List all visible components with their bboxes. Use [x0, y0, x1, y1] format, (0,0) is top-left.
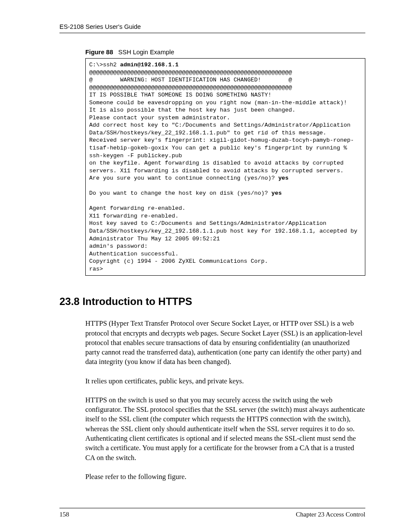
- footer-rule: [59, 508, 365, 508]
- chapter-label: Chapter 23 Access Control: [296, 511, 365, 518]
- page-footer: 158 Chapter 23 Access Control: [59, 508, 365, 518]
- page-number: 158: [59, 511, 69, 518]
- code-body-1: @@@@@@@@@@@@@@@@@@@@@@@@@@@@@@@@@@@@@@@@…: [89, 69, 354, 182]
- code-bold-3: yes: [271, 190, 282, 196]
- paragraph-2: It relies upon certificates, public keys…: [85, 376, 365, 386]
- header-rule: [59, 33, 365, 33]
- code-example-box: C:\>ssh2 admin@192.168.1.1 @@@@@@@@@@@@@…: [85, 58, 365, 276]
- paragraph-4: Please refer to the following figure.: [85, 472, 365, 482]
- running-head: ES-2108 Series User's Guide: [59, 23, 365, 30]
- code-prefix: C:\>ssh2: [89, 62, 120, 68]
- code-body-3: Agent forwarding re-enabled. X11 forward…: [89, 205, 361, 272]
- document-page: ES-2108 Series User's Guide Figure 88 SS…: [0, 0, 411, 532]
- section-heading: 23.8 Introduction to HTTPS: [59, 296, 365, 308]
- figure-label: Figure 88: [85, 49, 113, 56]
- footer-row: 158 Chapter 23 Access Control: [59, 511, 365, 518]
- paragraph-1: HTTPS (Hyper Text Transfer Protocol over…: [85, 319, 365, 367]
- code-body-2: Do you want to change the host key on di…: [89, 190, 271, 196]
- figure-title: SSH Login Example: [118, 49, 174, 56]
- paragraph-3: HTTPS on the switch is used so that you …: [85, 395, 365, 463]
- code-bold-1: admin@192.168.1.1: [120, 62, 179, 68]
- code-bold-2: yes: [278, 175, 289, 181]
- figure-caption: Figure 88 SSH Login Example: [85, 49, 365, 56]
